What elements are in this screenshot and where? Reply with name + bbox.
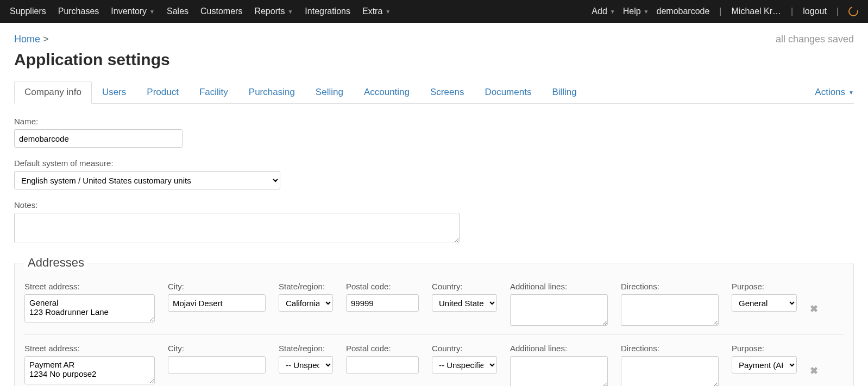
breadcrumb: Home > (14, 34, 49, 45)
field-label: State/region: (279, 344, 333, 353)
measure-label: Default system of measure: (14, 159, 854, 168)
notes-textarea[interactable] (14, 213, 460, 243)
notes-label: Notes: (14, 200, 854, 210)
field-label: Additional lines: (510, 282, 608, 291)
save-status: all changes saved (776, 34, 854, 45)
nav-extra[interactable]: Extra ▼ (362, 7, 391, 16)
country-select[interactable]: -- Unspecified -- (432, 356, 497, 374)
city-input[interactable] (168, 294, 266, 312)
nav-integrations[interactable]: Integrations (305, 7, 350, 16)
nav-sales[interactable]: Sales (167, 7, 188, 16)
measure-select[interactable]: English system / United States customary… (14, 171, 280, 189)
directions-input[interactable] (621, 356, 719, 386)
field-label: Postal code: (346, 344, 419, 353)
city-input[interactable] (168, 356, 266, 374)
postal-input[interactable] (346, 356, 419, 374)
tab-product[interactable]: Product (136, 81, 189, 104)
tab-documents[interactable]: Documents (474, 81, 542, 104)
nav-account[interactable]: demobarcode (657, 7, 710, 16)
delete-address-button[interactable]: ✖ (810, 365, 818, 377)
nav-help[interactable]: Help▼ (623, 7, 649, 16)
nav-logout[interactable]: logout (803, 7, 827, 16)
field-label: Directions: (621, 344, 719, 353)
nav-separator: | (834, 7, 841, 16)
directions-input[interactable] (621, 294, 719, 326)
name-input[interactable] (14, 129, 183, 148)
additional-lines-input[interactable] (510, 356, 608, 386)
tab-company-info[interactable]: Company info (14, 81, 92, 104)
breadcrumb-sep: > (43, 34, 49, 45)
breadcrumb-home[interactable]: Home (14, 34, 40, 45)
nav-suppliers[interactable]: Suppliers (10, 7, 46, 16)
chevron-down-icon: ▼ (610, 9, 615, 15)
field-label: Additional lines: (510, 344, 608, 353)
tab-selling[interactable]: Selling (305, 81, 354, 104)
nav-user[interactable]: Michael Kr… (732, 7, 782, 16)
field-label: Country: (432, 344, 497, 353)
nav-inventory[interactable]: Inventory ▼ (111, 7, 155, 16)
nav-reports[interactable]: Reports ▼ (254, 7, 293, 16)
tab-screens[interactable]: Screens (420, 81, 474, 104)
chevron-down-icon: ▼ (149, 9, 155, 15)
address-row: Street address:City:State/region:Califor… (24, 277, 844, 335)
delete-address-button[interactable]: ✖ (810, 303, 818, 315)
nav-separator: | (717, 7, 724, 16)
chevron-down-icon: ▼ (287, 9, 293, 15)
name-label: Name: (14, 117, 854, 126)
nav-purchases[interactable]: Purchases (58, 7, 99, 16)
address-row: Street address:City:State/region:-- Unsp… (24, 339, 844, 386)
addresses-fieldset: Addresses Street address:City:State/regi… (14, 256, 854, 386)
street-address-input[interactable] (24, 294, 155, 322)
field-label: Country: (432, 282, 497, 291)
country-select[interactable]: United States (432, 294, 497, 312)
additional-lines-input[interactable] (510, 294, 608, 326)
street-address-input[interactable] (24, 356, 155, 384)
field-label: State/region: (279, 282, 333, 291)
tab-billing[interactable]: Billing (542, 81, 587, 104)
actions-menu[interactable]: Actions ▼ (805, 81, 854, 103)
field-label: City: (168, 344, 266, 353)
tab-users[interactable]: Users (92, 81, 136, 104)
tab-accounting[interactable]: Accounting (354, 81, 420, 104)
postal-input[interactable] (346, 294, 419, 312)
chevron-down-icon: ▼ (848, 90, 854, 96)
nav-separator: | (789, 7, 795, 16)
addresses-legend: Addresses (24, 256, 87, 270)
state-select[interactable]: -- Unspecified -- (279, 356, 333, 374)
purpose-select[interactable]: General (732, 294, 797, 312)
top-navbar: SuppliersPurchasesInventory ▼SalesCustom… (0, 0, 868, 23)
field-label: Purpose: (732, 282, 797, 291)
field-label: Postal code: (346, 282, 419, 291)
field-label: Street address: (24, 282, 155, 291)
nav-customers[interactable]: Customers (200, 7, 242, 16)
field-label: City: (168, 282, 266, 291)
tab-row: Company infoUsersProductFacilityPurchasi… (14, 81, 854, 104)
field-label: Purpose: (732, 344, 797, 353)
tab-facility[interactable]: Facility (189, 81, 238, 104)
tab-purchasing[interactable]: Purchasing (238, 81, 305, 104)
purpose-select[interactable]: Payment (AR) (732, 356, 797, 374)
nav-add[interactable]: Add▼ (592, 7, 615, 16)
page-title: Application settings (14, 50, 854, 69)
chevron-down-icon: ▼ (644, 9, 649, 15)
field-label: Directions: (621, 282, 719, 291)
refresh-icon (847, 5, 860, 18)
chevron-down-icon: ▼ (385, 9, 391, 15)
refresh-button[interactable] (848, 7, 858, 16)
field-label: Street address: (24, 344, 155, 353)
state-select[interactable]: California (279, 294, 333, 312)
